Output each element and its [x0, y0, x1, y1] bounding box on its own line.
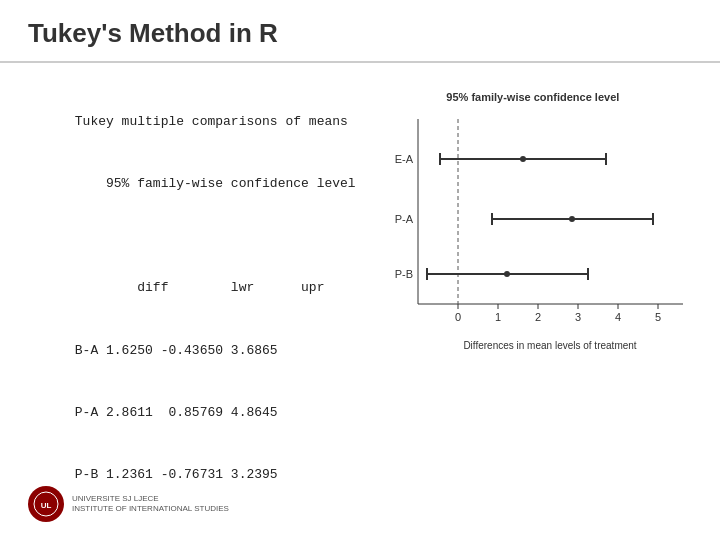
logo-line1: UNIVERSITE SJ LJECE	[72, 494, 229, 504]
svg-text:Differences in mean levels of : Differences in mean levels of treatment	[463, 340, 636, 351]
page-title: Tukey's Method in R	[28, 18, 278, 48]
left-panel: Tukey multiple comparisons of means 95% …	[28, 91, 356, 507]
svg-text:1: 1	[495, 311, 501, 323]
svg-text:0: 0	[455, 311, 461, 323]
code-line4: diff lwr upr	[75, 280, 325, 295]
svg-point-25	[569, 216, 575, 222]
logo-icon: UL	[32, 490, 60, 518]
svg-text:UL: UL	[41, 501, 52, 510]
svg-text:3: 3	[575, 311, 581, 323]
svg-text:E-A: E-A	[394, 153, 413, 165]
code-line5: B-A 1.6250 -0.43650 3.6865	[75, 343, 278, 358]
svg-text:4: 4	[615, 311, 621, 323]
logo-emblem: UL	[28, 486, 64, 522]
header: Tukey's Method in R	[0, 0, 720, 63]
code-line6: P-A 2.8611 0.85769 4.8645	[75, 405, 278, 420]
chart-container: 0 1 2 3 4 5 E-A P-A P-B	[368, 109, 698, 369]
code-line1: Tukey multiple comparisons of means	[75, 114, 348, 129]
svg-text:P-B: P-B	[394, 268, 412, 280]
svg-point-29	[504, 271, 510, 277]
right-panel: 95% family-wise confidence level 0 1 2	[366, 91, 700, 507]
chart-title: 95% family-wise confidence level	[446, 91, 619, 103]
svg-text:2: 2	[535, 311, 541, 323]
logo-line2: INSTITUTE OF INTERNATIONAL STUDIES	[72, 504, 229, 514]
footer-logo: UL UNIVERSITE SJ LJECE INSTITUTE OF INTE…	[28, 486, 229, 522]
svg-text:5: 5	[655, 311, 661, 323]
svg-point-21	[520, 156, 526, 162]
code-output: Tukey multiple comparisons of means 95% …	[28, 91, 356, 507]
code-line7: P-B 1.2361 -0.76731 3.2395	[75, 467, 278, 482]
logo-text: UNIVERSITE SJ LJECE INSTITUTE OF INTERNA…	[72, 494, 229, 515]
code-line2: 95% family-wise confidence level	[75, 176, 356, 191]
main-content: Tukey multiple comparisons of means 95% …	[0, 63, 720, 527]
chart-svg: 0 1 2 3 4 5 E-A P-A P-B	[368, 109, 698, 369]
svg-text:P-A: P-A	[394, 213, 413, 225]
